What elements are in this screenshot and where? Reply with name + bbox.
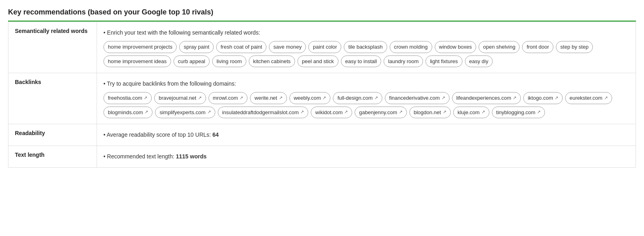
domain-financederivative[interactable]: financederivative.com ↗ [385,92,450,104]
domain-eurekster[interactable]: eurekster.com ↗ [565,92,612,104]
tag-light-fixtures: light fixtures [425,55,462,67]
tag-easy-to-install: easy to install [341,55,382,67]
section-label-semantically-related: Semantically related words [8,22,97,73]
section-content-backlinks: Try to acquire backlinks from the follow… [97,73,636,124]
external-link-icon: ↗ [144,108,148,116]
tag-fresh-coat-of-paint: fresh coat of paint [216,41,266,53]
section-content-readability: Average readability score of top 10 URLs… [97,124,636,146]
external-link-icon: ↗ [207,108,211,116]
page-title: Key recommendations (based on your Googl… [8,8,636,16]
external-link-icon: ↗ [604,94,608,102]
tag-front-door: front door [522,41,553,53]
domain-freehostia[interactable]: freehostia.com ↗ [103,92,152,104]
tag-save-money: save money [269,41,306,53]
text-length-text: Recommended text length: 1115 words [103,153,206,160]
external-link-icon: ↗ [442,94,445,102]
tag-paint-color: paint color [308,41,341,53]
domains-container: freehostia.com ↗ bravejournal.net ↗ mrow… [103,92,629,118]
tag-crown-molding: crown molding [390,41,432,53]
readability-score: 64 [213,131,219,138]
table-row: Text length Recommended text length: 111… [8,146,636,168]
domain-insulateddraft[interactable]: insulateddraftdodgermailslot.com ↗ [218,107,309,118]
domain-werite[interactable]: werite.net ↗ [250,92,287,104]
external-link-icon: ↗ [537,108,541,116]
external-link-icon: ↗ [279,94,283,102]
external-link-icon: ↗ [374,94,378,102]
table-row: Semantically related words Enrich your t… [8,22,636,73]
tag-curb-appeal: curb appeal [173,55,210,67]
section-content-semantically-related: Enrich your text with the following sema… [97,22,636,73]
tag-kitchen-cabinets: kitchen cabinets [249,55,295,67]
tag-open-shelving: open shelving [479,41,520,53]
external-link-icon: ↗ [399,108,402,116]
domain-mrowl[interactable]: mrowl.com ↗ [208,92,248,104]
domain-simplifyexperts[interactable]: simplifyexperts.com ↗ [155,107,215,118]
tag-easy-diy: easy diy [465,55,493,67]
domain-bravejournal[interactable]: bravejournal.net ↗ [154,92,206,104]
tag-living-room: living room [212,55,246,67]
external-link-icon: ↗ [239,94,243,102]
external-link-icon: ↗ [322,94,326,102]
table-row: Readability Average readability score of… [8,124,636,146]
external-link-icon: ↗ [198,94,202,102]
tag-laundry-room: laundry room [384,55,423,67]
domain-weebly[interactable]: weebly.com ↗ [289,92,331,104]
domain-wikidot[interactable]: wikidot.com ↗ [311,107,352,118]
domain-gabenjenny[interactable]: gabenjenny.com ↗ [355,107,407,118]
domain-full-design[interactable]: full-design.com ↗ [333,92,382,104]
domain-blogdon[interactable]: blogdon.net ↗ [409,107,451,118]
external-link-icon: ↗ [481,108,485,116]
section-label-backlinks: Backlinks [8,73,97,124]
domain-kluje[interactable]: kluje.com ↗ [453,107,489,118]
external-link-icon: ↗ [300,108,304,116]
table-row: Backlinks Try to acquire backlinks from … [8,73,636,124]
tag-home-improvement-ideas: home improvement ideas [103,55,171,67]
readability-text: Average readability score of top 10 URLs… [103,131,219,138]
domain-tinyblogging[interactable]: tinyblogging.com ↗ [492,107,545,118]
domain-blogminds[interactable]: blogminds.com ↗ [103,107,153,118]
external-link-icon: ↗ [443,108,446,116]
section-label-readability: Readability [8,124,97,146]
external-link-icon: ↗ [344,108,348,116]
tags-container: home improvement projects spray paint fr… [103,41,629,67]
tag-peel-and-stick: peel and stick [297,55,339,67]
section-intro-text: Enrich your text with the following sema… [103,28,629,38]
domain-lifeandexperiences[interactable]: lifeandexperiences.com ↗ [452,92,521,104]
domain-iktogo[interactable]: iktogo.com ↗ [523,92,563,104]
recommendations-table: Semantically related words Enrich your t… [8,22,636,168]
external-link-icon: ↗ [555,94,558,102]
section-label-text-length: Text length [8,146,97,168]
tag-window-boxes: window boxes [435,41,477,53]
tag-tile-backsplash: tile backsplash [344,41,387,53]
tag-spray-paint: spray paint [179,41,214,53]
tag-step-by-step: step by step [556,41,593,53]
section-content-text-length: Recommended text length: 1115 words [97,146,636,168]
text-length-value: 1115 words [176,153,206,160]
external-link-icon: ↗ [513,94,516,102]
tag-home-improvement-projects: home improvement projects [103,41,177,53]
backlinks-intro-text: Try to acquire backlinks from the follow… [103,79,629,89]
external-link-icon: ↗ [144,94,147,102]
